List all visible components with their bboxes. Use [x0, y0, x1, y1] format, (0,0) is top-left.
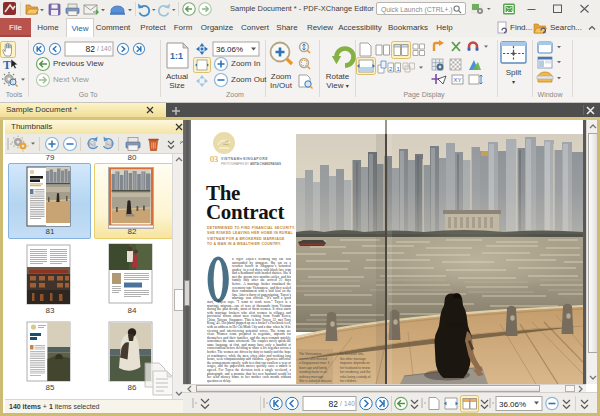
- svg-text:her husband to renew: her husband to renew: [340, 366, 371, 370]
- svg-text:her children.: her children.: [340, 379, 357, 383]
- svg-text:36.06%: 36.06%: [216, 45, 243, 54]
- svg-text:risks losing custody of: risks losing custody of: [340, 375, 370, 379]
- svg-text:XY: XY: [454, 77, 462, 83]
- svg-text:140: 140: [101, 45, 112, 52]
- svg-text:82: 82: [86, 44, 96, 54]
- svg-text:her because she,: her because she,: [340, 352, 364, 356]
- svg-text:140: 140: [344, 400, 355, 407]
- svg-text:migrants, depends on: migrants, depends on: [340, 361, 370, 365]
- svg-text:/: /: [97, 45, 99, 52]
- svg-text:like other marriage: like other marriage: [340, 357, 366, 361]
- svg-text:learn age and family: learn age and family: [299, 366, 327, 370]
- svg-text:90: 90: [90, 142, 95, 147]
- svg-text:36.06%: 36.06%: [499, 400, 526, 409]
- svg-text:her residency, and the: her residency, and the: [340, 370, 371, 374]
- svg-text:The Vietnamese: The Vietnamese: [299, 352, 322, 356]
- svg-text:She is asked to discuss: She is asked to discuss: [299, 379, 332, 383]
- svg-text:women who married: women who married: [299, 357, 327, 361]
- svg-text:/: /: [340, 400, 342, 407]
- svg-text:ordinary marriage.: ordinary marriage.: [299, 375, 324, 379]
- svg-text:a Singaporean man. It: a Singaporean man. It: [299, 361, 330, 365]
- svg-text:standing factor in an: standing factor in an: [299, 370, 327, 374]
- svg-text:1:1: 1:1: [170, 51, 183, 61]
- svg-text:90: 90: [107, 142, 112, 147]
- svg-text:82: 82: [329, 399, 339, 409]
- svg-text:T: T: [3, 58, 11, 72]
